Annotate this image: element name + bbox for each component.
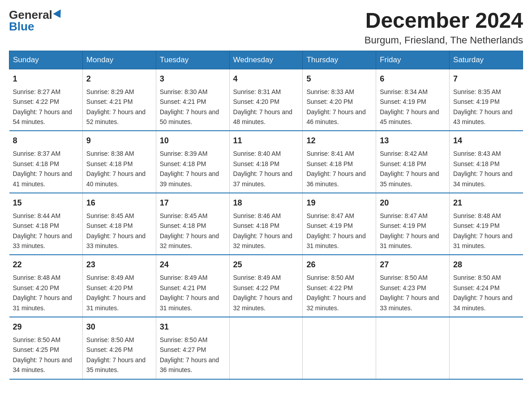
day-number: 19 [306, 197, 372, 209]
day-number: 6 [380, 73, 446, 85]
week-row-1: 1 Sunrise: 8:27 AMSunset: 4:22 PMDayligh… [9, 69, 523, 131]
day-number: 4 [233, 73, 299, 85]
day-number: 29 [13, 321, 79, 333]
calendar-cell: 13 Sunrise: 8:42 AMSunset: 4:18 PMDaylig… [376, 131, 450, 193]
calendar-header: Sunday Monday Tuesday Wednesday Thursday… [9, 51, 523, 69]
day-number: 17 [160, 197, 226, 209]
calendar-cell: 4 Sunrise: 8:31 AMSunset: 4:20 PMDayligh… [229, 69, 303, 131]
day-info: Sunrise: 8:41 AMSunset: 4:18 PMDaylight:… [306, 150, 365, 187]
day-number: 20 [380, 197, 446, 209]
day-number: 11 [233, 135, 299, 147]
day-number: 7 [453, 73, 519, 85]
calendar-cell: 15 Sunrise: 8:44 AMSunset: 4:18 PMDaylig… [9, 193, 83, 255]
day-number: 23 [86, 259, 152, 271]
calendar-cell: 3 Sunrise: 8:30 AMSunset: 4:21 PMDayligh… [156, 69, 229, 131]
calendar-cell: 8 Sunrise: 8:37 AMSunset: 4:18 PMDayligh… [9, 131, 83, 193]
day-info: Sunrise: 8:37 AMSunset: 4:18 PMDaylight:… [13, 150, 72, 187]
day-number: 28 [453, 259, 519, 271]
calendar-table: Sunday Monday Tuesday Wednesday Thursday… [9, 51, 523, 380]
calendar-cell: 22 Sunrise: 8:48 AMSunset: 4:20 PMDaylig… [9, 255, 83, 317]
day-info: Sunrise: 8:49 AMSunset: 4:22 PMDaylight:… [233, 274, 292, 311]
calendar-cell: 12 Sunrise: 8:41 AMSunset: 4:18 PMDaylig… [303, 131, 376, 193]
day-info: Sunrise: 8:49 AMSunset: 4:20 PMDaylight:… [86, 274, 146, 311]
day-info: Sunrise: 8:30 AMSunset: 4:21 PMDaylight:… [160, 88, 219, 125]
calendar-cell [450, 317, 523, 379]
calendar-cell: 26 Sunrise: 8:50 AMSunset: 4:22 PMDaylig… [303, 255, 376, 317]
day-info: Sunrise: 8:35 AMSunset: 4:19 PMDaylight:… [453, 88, 512, 125]
day-info: Sunrise: 8:42 AMSunset: 4:18 PMDaylight:… [380, 150, 439, 187]
day-info: Sunrise: 8:34 AMSunset: 4:19 PMDaylight:… [380, 88, 439, 125]
day-number: 10 [160, 135, 226, 147]
calendar-cell: 7 Sunrise: 8:35 AMSunset: 4:19 PMDayligh… [450, 69, 523, 131]
calendar-cell: 19 Sunrise: 8:47 AMSunset: 4:19 PMDaylig… [303, 193, 376, 255]
header-monday: Monday [82, 51, 156, 69]
day-info: Sunrise: 8:47 AMSunset: 4:19 PMDaylight:… [380, 212, 439, 249]
title-section: December 2024 Burgum, Friesland, The Net… [365, 9, 523, 46]
calendar-cell: 5 Sunrise: 8:33 AMSunset: 4:20 PMDayligh… [303, 69, 376, 131]
day-number: 3 [160, 73, 226, 85]
calendar-cell: 21 Sunrise: 8:48 AMSunset: 4:19 PMDaylig… [450, 193, 523, 255]
day-info: Sunrise: 8:46 AMSunset: 4:18 PMDaylight:… [233, 212, 292, 249]
logo-general-text: General [9, 9, 52, 21]
day-number: 16 [86, 197, 152, 209]
day-number: 25 [233, 259, 299, 271]
day-info: Sunrise: 8:44 AMSunset: 4:18 PMDaylight:… [13, 212, 72, 249]
week-row-3: 15 Sunrise: 8:44 AMSunset: 4:18 PMDaylig… [9, 193, 523, 255]
week-row-5: 29 Sunrise: 8:50 AMSunset: 4:25 PMDaylig… [9, 317, 523, 379]
day-info: Sunrise: 8:45 AMSunset: 4:18 PMDaylight:… [86, 212, 146, 249]
day-number: 26 [306, 259, 372, 271]
location-subtitle: Burgum, Friesland, The Netherlands [365, 34, 523, 46]
week-row-2: 8 Sunrise: 8:37 AMSunset: 4:18 PMDayligh… [9, 131, 523, 193]
day-info: Sunrise: 8:50 AMSunset: 4:27 PMDaylight:… [160, 336, 219, 373]
logo-blue-text: Blue [9, 21, 34, 32]
calendar-cell: 27 Sunrise: 8:50 AMSunset: 4:23 PMDaylig… [376, 255, 450, 317]
logo-triangle-icon [53, 9, 64, 20]
calendar-cell: 1 Sunrise: 8:27 AMSunset: 4:22 PMDayligh… [9, 69, 83, 131]
day-info: Sunrise: 8:48 AMSunset: 4:19 PMDaylight:… [453, 212, 512, 249]
day-info: Sunrise: 8:47 AMSunset: 4:19 PMDaylight:… [306, 212, 365, 249]
calendar-cell: 10 Sunrise: 8:39 AMSunset: 4:18 PMDaylig… [156, 131, 229, 193]
day-info: Sunrise: 8:27 AMSunset: 4:22 PMDaylight:… [13, 88, 72, 125]
calendar-cell: 23 Sunrise: 8:49 AMSunset: 4:20 PMDaylig… [82, 255, 156, 317]
day-number: 13 [380, 135, 446, 147]
day-number: 31 [160, 321, 226, 333]
day-number: 24 [160, 259, 226, 271]
day-number: 21 [453, 197, 519, 209]
calendar-cell: 6 Sunrise: 8:34 AMSunset: 4:19 PMDayligh… [376, 69, 450, 131]
calendar-cell: 17 Sunrise: 8:45 AMSunset: 4:18 PMDaylig… [156, 193, 229, 255]
day-info: Sunrise: 8:39 AMSunset: 4:18 PMDaylight:… [160, 150, 219, 187]
day-header-row: Sunday Monday Tuesday Wednesday Thursday… [9, 51, 523, 69]
calendar-cell: 20 Sunrise: 8:47 AMSunset: 4:19 PMDaylig… [376, 193, 450, 255]
day-number: 12 [306, 135, 372, 147]
day-info: Sunrise: 8:49 AMSunset: 4:21 PMDaylight:… [160, 274, 219, 311]
header-wednesday: Wednesday [229, 51, 303, 69]
calendar-cell: 24 Sunrise: 8:49 AMSunset: 4:21 PMDaylig… [156, 255, 229, 317]
day-number: 1 [13, 73, 79, 85]
calendar-cell: 9 Sunrise: 8:38 AMSunset: 4:18 PMDayligh… [82, 131, 156, 193]
day-info: Sunrise: 8:33 AMSunset: 4:20 PMDaylight:… [306, 88, 365, 125]
day-number: 30 [86, 321, 152, 333]
logo: General Blue [9, 9, 63, 32]
day-info: Sunrise: 8:48 AMSunset: 4:20 PMDaylight:… [13, 274, 72, 311]
day-info: Sunrise: 8:40 AMSunset: 4:18 PMDaylight:… [233, 150, 292, 187]
day-info: Sunrise: 8:50 AMSunset: 4:23 PMDaylight:… [380, 274, 439, 311]
calendar-cell: 16 Sunrise: 8:45 AMSunset: 4:18 PMDaylig… [82, 193, 156, 255]
week-row-4: 22 Sunrise: 8:48 AMSunset: 4:20 PMDaylig… [9, 255, 523, 317]
calendar-cell: 31 Sunrise: 8:50 AMSunset: 4:27 PMDaylig… [156, 317, 229, 379]
month-year-title: December 2024 [365, 9, 523, 33]
day-info: Sunrise: 8:45 AMSunset: 4:18 PMDaylight:… [160, 212, 219, 249]
calendar-cell: 30 Sunrise: 8:50 AMSunset: 4:26 PMDaylig… [82, 317, 156, 379]
calendar-cell: 29 Sunrise: 8:50 AMSunset: 4:25 PMDaylig… [9, 317, 83, 379]
day-info: Sunrise: 8:31 AMSunset: 4:20 PMDaylight:… [233, 88, 292, 125]
calendar-cell: 14 Sunrise: 8:43 AMSunset: 4:18 PMDaylig… [450, 131, 523, 193]
day-number: 14 [453, 135, 519, 147]
header-thursday: Thursday [303, 51, 376, 69]
day-info: Sunrise: 8:43 AMSunset: 4:18 PMDaylight:… [453, 150, 512, 187]
day-info: Sunrise: 8:38 AMSunset: 4:18 PMDaylight:… [86, 150, 146, 187]
calendar-cell: 11 Sunrise: 8:40 AMSunset: 4:18 PMDaylig… [229, 131, 303, 193]
header-saturday: Saturday [450, 51, 523, 69]
calendar-cell: 25 Sunrise: 8:49 AMSunset: 4:22 PMDaylig… [229, 255, 303, 317]
calendar-body: 1 Sunrise: 8:27 AMSunset: 4:22 PMDayligh… [9, 69, 523, 379]
calendar-cell [303, 317, 376, 379]
day-info: Sunrise: 8:50 AMSunset: 4:25 PMDaylight:… [13, 336, 72, 373]
